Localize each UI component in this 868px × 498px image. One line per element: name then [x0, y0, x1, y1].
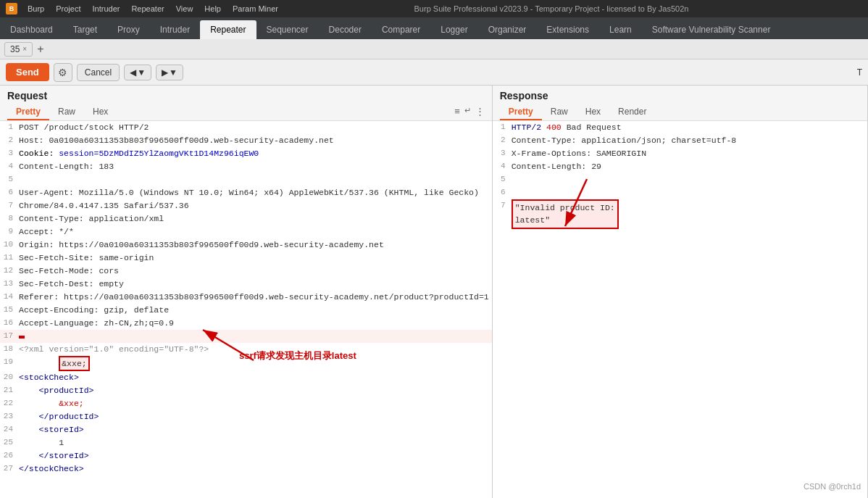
- response-panel: Response Pretty Raw Hex Render 1HTTP/2 4…: [493, 86, 868, 498]
- tab-target[interactable]: Target: [63, 20, 107, 39]
- line-number: 13: [3, 278, 19, 291]
- response-panel-header: Response Pretty Raw Hex Render: [493, 86, 867, 121]
- line-content: [512, 173, 864, 186]
- tab-close-btn[interactable]: ×: [22, 45, 27, 53]
- more-icon[interactable]: ⋮: [475, 106, 485, 117]
- tab-proxy[interactable]: Proxy: [107, 20, 150, 39]
- wrap-icon[interactable]: ≡: [454, 106, 460, 117]
- tab-add-btn[interactable]: +: [34, 43, 46, 56]
- line-number: 5: [3, 173, 19, 186]
- menu-help[interactable]: Help: [199, 0, 227, 17]
- line-number: 12: [3, 265, 19, 278]
- line-content: Content-Length: 29: [512, 160, 864, 173]
- menu-project[interactable]: Project: [50, 0, 86, 17]
- tab-logger[interactable]: Logger: [430, 20, 477, 39]
- request-line: 9Accept: */*: [0, 225, 492, 238]
- request-line: 14Referer: https://0a0100a60311353b803f9…: [0, 291, 492, 304]
- line-content: Chrome/84.0.4147.135 Safari/537.36: [19, 199, 489, 212]
- line-content: Accept: */*: [19, 225, 489, 238]
- line-content: </storeId>: [19, 449, 489, 462]
- line-content: Referer: https://0a0100a60311353b803f996…: [19, 291, 489, 304]
- request-tab-pretty[interactable]: Pretty: [7, 104, 49, 120]
- menu-view[interactable]: View: [170, 0, 199, 17]
- request-code-scroll[interactable]: 1POST /product/stock HTTP/22Host: 0a0100…: [0, 121, 492, 498]
- tab-number-label: 35: [10, 44, 20, 54]
- line-number: 18: [3, 343, 19, 356]
- line-number: 6: [3, 186, 19, 199]
- line-number: 11: [3, 252, 19, 265]
- menu-intruder[interactable]: Intruder: [87, 0, 126, 17]
- send-button[interactable]: Send: [6, 63, 49, 81]
- line-number: 21: [3, 384, 19, 397]
- tab-intruder[interactable]: Intruder: [150, 20, 200, 39]
- line-content: "Invalid product ID:latest": [512, 199, 864, 229]
- response-line: 3X-Frame-Options: SAMEORIGIN: [493, 147, 867, 160]
- line-number: 22: [3, 397, 19, 410]
- tab-35[interactable]: 35 ×: [4, 42, 33, 57]
- response-tab-render[interactable]: Render: [609, 104, 655, 120]
- request-line: 16Accept-Language: zh-CN,zh;q=0.9: [0, 317, 492, 330]
- request-line: 13Sec-Fetch-Dest: empty: [0, 278, 492, 291]
- tab-decoder[interactable]: Decoder: [319, 20, 372, 39]
- tab-dashboard[interactable]: Dashboard: [0, 20, 63, 39]
- line-number: 7: [496, 199, 512, 229]
- menu-param-miner[interactable]: Param Miner: [227, 0, 284, 17]
- nav-forward-button[interactable]: ▶ ▼: [156, 65, 183, 80]
- line-number: 3: [496, 147, 512, 160]
- menu-bar[interactable]: Burp Project Intruder Repeater View Help…: [22, 0, 284, 17]
- tab-software-vuln-scanner[interactable]: Software Vulnerability Scanner: [642, 20, 781, 39]
- line-number: 26: [3, 449, 19, 462]
- response-code-wrapper: 1HTTP/2 400 Bad Request2Content-Type: ap…: [493, 121, 867, 498]
- request-toolbar-icons: ≡ ↵ ⋮: [454, 106, 485, 119]
- response-tab-hex[interactable]: Hex: [577, 104, 609, 120]
- line-number: 16: [3, 317, 19, 330]
- response-line: 7"Invalid product ID:latest": [493, 199, 867, 229]
- line-number: 9: [3, 225, 19, 238]
- line-content: 1: [19, 436, 489, 449]
- line-content: Accept-Encoding: gzip, deflate: [19, 304, 489, 317]
- line-content: X-Frame-Options: SAMEORIGIN: [512, 147, 864, 160]
- window-title: Burp Suite Professional v2023.9 - Tempor…: [414, 4, 689, 13]
- request-panel-tabs: Pretty Raw Hex ≡ ↵ ⋮: [7, 104, 485, 120]
- request-code-area[interactable]: 1POST /product/stock HTTP/22Host: 0a0100…: [0, 121, 492, 476]
- tab-organizer[interactable]: Organizer: [478, 20, 537, 39]
- response-line: 2Content-Type: application/json; charset…: [493, 134, 867, 147]
- request-panel: Request Pretty Raw Hex ≡ ↵ ⋮ 1POST /prod…: [0, 86, 493, 498]
- request-panel-header: Request Pretty Raw Hex ≡ ↵ ⋮: [0, 86, 492, 121]
- tab-repeater[interactable]: Repeater: [200, 20, 256, 39]
- response-code-area[interactable]: 1HTTP/2 400 Bad Request2Content-Type: ap…: [493, 121, 867, 229]
- nav-back-button[interactable]: ◀ ▼: [124, 65, 151, 80]
- line-content: Host: 0a0100a60311353b803f996500ff00d9.w…: [19, 134, 489, 147]
- line-content: [19, 173, 489, 186]
- line-content: <stockCheck>: [19, 371, 489, 384]
- request-line: 3Cookie: session=5DzMDdIZ5YlZaomgVKt1D14…: [0, 147, 492, 160]
- line-number: 25: [3, 436, 19, 449]
- request-tab-hex[interactable]: Hex: [84, 104, 117, 120]
- response-code-scroll[interactable]: 1HTTP/2 400 Bad Request2Content-Type: ap…: [493, 121, 867, 498]
- settings-gear-button[interactable]: ⚙: [54, 63, 72, 82]
- menu-repeater[interactable]: Repeater: [125, 0, 170, 17]
- tab-learn[interactable]: Learn: [599, 20, 642, 39]
- request-line: 20<stockCheck>: [0, 371, 492, 384]
- nav-tabs: Dashboard Target Proxy Intruder Repeater…: [0, 17, 868, 39]
- title-bar-left: B Burp Project Intruder Repeater View He…: [6, 0, 284, 17]
- request-line: 22 &xxe;: [0, 397, 492, 410]
- request-tab-raw[interactable]: Raw: [49, 104, 84, 120]
- line-number: 5: [496, 173, 512, 186]
- cancel-button[interactable]: Cancel: [77, 64, 120, 81]
- line-number: 1: [3, 121, 19, 134]
- tab-sequencer[interactable]: Sequencer: [256, 20, 319, 39]
- line-content: </productId>: [19, 410, 489, 423]
- menu-burp[interactable]: Burp: [22, 0, 50, 17]
- tab-extensions[interactable]: Extensions: [536, 20, 599, 39]
- line-number: 6: [496, 186, 512, 199]
- request-line: 4Content-Length: 183: [0, 160, 492, 173]
- response-tab-pretty[interactable]: Pretty: [500, 104, 542, 120]
- ln-icon[interactable]: ↵: [464, 106, 471, 117]
- line-number: 8: [3, 212, 19, 225]
- response-tab-raw[interactable]: Raw: [542, 104, 577, 120]
- tab-comparer[interactable]: Comparer: [372, 20, 430, 39]
- line-number: 1: [496, 121, 512, 134]
- line-content: <productId>: [19, 384, 489, 397]
- request-line: 15Accept-Encoding: gzip, deflate: [0, 304, 492, 317]
